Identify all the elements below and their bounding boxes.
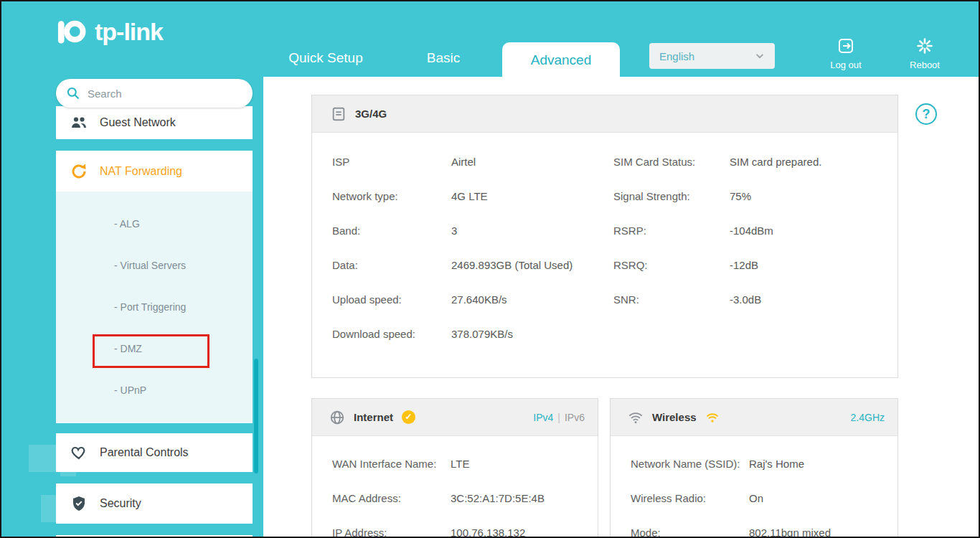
reboot-button[interactable]: Reboot xyxy=(902,37,948,70)
logout-button[interactable]: Log out xyxy=(823,37,869,70)
wireless-row: Wireless Radio: On xyxy=(631,481,897,515)
field-value: On xyxy=(749,492,763,504)
field-value: 3 xyxy=(451,225,457,237)
guest-network-icon xyxy=(70,114,88,131)
language-select[interactable]: English xyxy=(649,43,775,69)
status-row: SNR: -3.0dB xyxy=(613,282,897,316)
nav-quick-setup[interactable]: Quick Setup xyxy=(268,50,383,66)
field-value: LTE xyxy=(451,458,469,470)
field-label: Mode: xyxy=(631,527,749,538)
field-value: -3.0dB xyxy=(730,293,761,306)
nav-advanced-tab[interactable]: Advanced xyxy=(502,42,620,77)
field-value: 75% xyxy=(730,190,751,202)
status-row: RSRP: -104dBm xyxy=(613,213,897,247)
search-icon xyxy=(66,86,80,100)
status-card-3g4g: 3G/4G ISP Airtel Network type: 4G LTE xyxy=(311,95,898,378)
language-selected-value: English xyxy=(659,50,694,62)
sidebar-item-label: Security xyxy=(100,497,141,510)
status-row: ISP Airtel xyxy=(332,144,613,179)
internet-row: IP Address: 100.76.138.132 xyxy=(332,515,598,538)
logout-icon xyxy=(837,37,854,55)
field-label: RSRP: xyxy=(613,225,730,237)
internet-row: WAN Interface Name: LTE xyxy=(332,446,598,481)
status-row: Upload speed: 27.640KB/s xyxy=(332,282,613,316)
internet-card-header: Internet ✓ IPv4 | IPv6 xyxy=(312,399,598,436)
status-row: Signal Strength: 75% xyxy=(613,179,897,213)
field-value: 27.640KB/s xyxy=(451,293,507,306)
status-row: Band: 3 xyxy=(332,213,613,247)
status-left-column: ISP Airtel Network type: 4G LTE Band: 3 xyxy=(332,144,613,351)
internet-row: MAC Address: 3C:52:A1:7D:5E:4B xyxy=(332,481,598,515)
field-value: Airtel xyxy=(451,156,476,168)
dmz-highlight-box xyxy=(93,334,209,368)
field-label: Download speed: xyxy=(332,328,451,340)
status-row: RSRQ: -12dB xyxy=(613,247,897,282)
field-label: Wireless Radio: xyxy=(631,492,749,504)
field-value: 2469.893GB (Total Used) xyxy=(451,259,573,271)
wifi-signal-on-icon xyxy=(705,410,720,425)
wireless-band-label[interactable]: 2.4GHz xyxy=(851,412,885,423)
field-value: -104dBm xyxy=(730,225,773,237)
field-label: Data: xyxy=(332,259,451,271)
tp-link-logo-icon xyxy=(53,13,90,50)
nat-forwarding-icon xyxy=(70,163,88,180)
field-label: ISP xyxy=(332,156,451,168)
ipv6-tab[interactable]: IPv6 xyxy=(565,412,585,423)
shield-icon xyxy=(70,495,88,512)
logout-label: Log out xyxy=(823,60,869,70)
sidebar-scrollbar[interactable] xyxy=(254,359,258,473)
sidebar-item-label: NAT Forwarding xyxy=(100,165,182,178)
nat-forwarding-submenu: - ALG - Virtual Servers - Port Triggerin… xyxy=(56,192,253,423)
sidebar-subitem-alg[interactable]: - ALG xyxy=(56,203,253,245)
parental-controls-icon xyxy=(70,444,88,461)
field-label: WAN Interface Name: xyxy=(332,458,451,470)
sidebar-search[interactable] xyxy=(56,79,253,108)
status-row: Network type: 4G LTE xyxy=(332,179,613,213)
nav-basic[interactable]: Basic xyxy=(400,50,486,66)
field-label: SIM Card Status: xyxy=(613,156,730,168)
field-value: SIM card prepared. xyxy=(730,156,821,168)
main-content: ? 3G/4G ISP Airtel xyxy=(263,77,979,537)
status-card-header: 3G/4G xyxy=(312,95,897,133)
wireless-card: Wireless 2.4GHz Network Name (SSID): Raj… xyxy=(610,398,898,538)
reboot-label: Reboot xyxy=(902,60,948,70)
logo-text: tp-link xyxy=(95,18,163,46)
sim-card-icon xyxy=(331,106,347,122)
status-ok-badge-icon: ✓ xyxy=(402,410,415,424)
field-label: SNR: xyxy=(613,293,730,306)
sidebar-item-guest-network[interactable]: Guest Network xyxy=(56,106,253,139)
router-admin-page: ? 3G/4G ISP Airtel xyxy=(0,0,980,538)
field-label: Network type: xyxy=(332,190,451,202)
sidebar-item-partial[interactable] xyxy=(56,535,253,538)
help-icon[interactable]: ? xyxy=(915,103,937,125)
internet-card: Internet ✓ IPv4 | IPv6 WAN Interface Nam… xyxy=(311,398,598,538)
field-label: Signal Strength: xyxy=(613,190,730,202)
status-row: Data: 2469.893GB (Total Used) xyxy=(332,247,613,282)
field-value: 3C:52:A1:7D:5E:4B xyxy=(451,492,545,504)
field-label: Band: xyxy=(332,225,451,237)
field-label: Upload speed: xyxy=(332,293,451,306)
field-label: Network Name (SSID): xyxy=(631,458,749,470)
globe-icon xyxy=(329,410,345,425)
field-value: Raj's Home xyxy=(749,458,804,470)
ipv4-tab[interactable]: IPv4 xyxy=(533,412,553,423)
field-value: 802.11bgn mixed xyxy=(749,527,831,538)
wifi-icon xyxy=(628,410,644,425)
field-value: -12dB xyxy=(730,259,758,271)
wireless-card-title: Wireless xyxy=(652,411,697,423)
search-input[interactable] xyxy=(88,88,242,100)
sidebar-item-nat-forwarding[interactable]: NAT Forwarding xyxy=(56,151,253,192)
wireless-row: Network Name (SSID): Raj's Home xyxy=(631,446,897,481)
sidebar-item-parental-controls[interactable]: Parental Controls xyxy=(56,433,253,472)
sidebar-subitem-upnp[interactable]: - UPnP xyxy=(56,369,253,411)
field-value: 4G LTE xyxy=(451,190,488,202)
sidebar-subitem-virtual-servers[interactable]: - Virtual Servers xyxy=(56,245,253,286)
sidebar-subitem-port-triggering[interactable]: - Port Triggering xyxy=(56,286,253,328)
sidebar-item-security[interactable]: Security xyxy=(56,483,253,524)
status-card-title: 3G/4G xyxy=(355,108,387,120)
chevron-down-icon xyxy=(755,51,765,61)
tp-link-logo: tp-link xyxy=(53,13,163,50)
status-right-column: SIM Card Status: SIM card prepared. Sign… xyxy=(613,144,897,351)
ip-version-divider: | xyxy=(557,412,560,423)
field-value: 378.079KB/s xyxy=(451,328,513,340)
